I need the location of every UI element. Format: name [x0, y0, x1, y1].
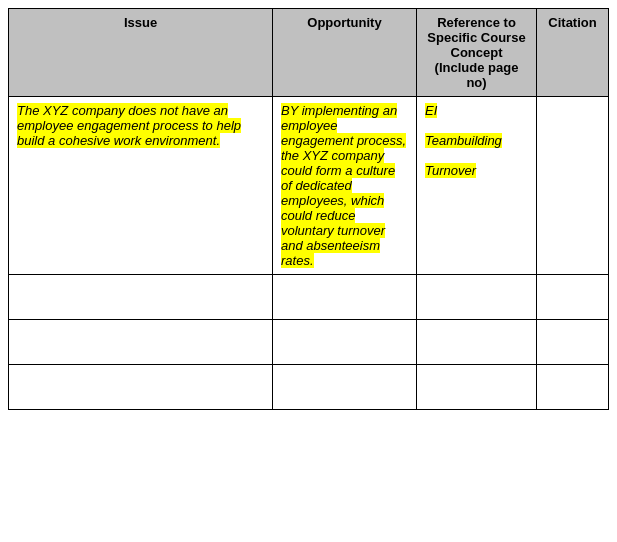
issue-cell	[9, 275, 273, 320]
table-row	[9, 275, 609, 320]
reference-cell	[417, 365, 537, 410]
header-issue: Issue	[9, 9, 273, 97]
main-table: Issue Opportunity Reference to Specific …	[8, 8, 609, 410]
reference-cell	[417, 320, 537, 365]
opportunity-cell	[273, 365, 417, 410]
header-citation: Citation	[537, 9, 609, 97]
page-wrapper: Issue Opportunity Reference to Specific …	[0, 0, 617, 542]
issue-cell	[9, 320, 273, 365]
citation-cell	[537, 97, 609, 275]
opportunity-text: BY implementing an employee engagement p…	[281, 103, 406, 268]
opportunity-cell	[273, 320, 417, 365]
reference-item: EI	[425, 103, 437, 118]
reference-cell: EITeambuildingTurnover	[417, 97, 537, 275]
issue-cell	[9, 365, 273, 410]
citation-cell	[537, 275, 609, 320]
citation-cell	[537, 365, 609, 410]
issue-text: The XYZ company does not have an employe…	[17, 103, 241, 148]
table-row	[9, 365, 609, 410]
reference-cell	[417, 275, 537, 320]
reference-item: Teambuilding	[425, 133, 502, 148]
header-reference: Reference to Specific Course Concept (In…	[417, 9, 537, 97]
table-row	[9, 320, 609, 365]
header-row: Issue Opportunity Reference to Specific …	[9, 9, 609, 97]
table-row: The XYZ company does not have an employe…	[9, 97, 609, 275]
header-opportunity: Opportunity	[273, 9, 417, 97]
reference-item: Turnover	[425, 163, 476, 178]
issue-cell: The XYZ company does not have an employe…	[9, 97, 273, 275]
opportunity-cell: BY implementing an employee engagement p…	[273, 97, 417, 275]
table-body: The XYZ company does not have an employe…	[9, 97, 609, 410]
citation-cell	[537, 320, 609, 365]
opportunity-cell	[273, 275, 417, 320]
